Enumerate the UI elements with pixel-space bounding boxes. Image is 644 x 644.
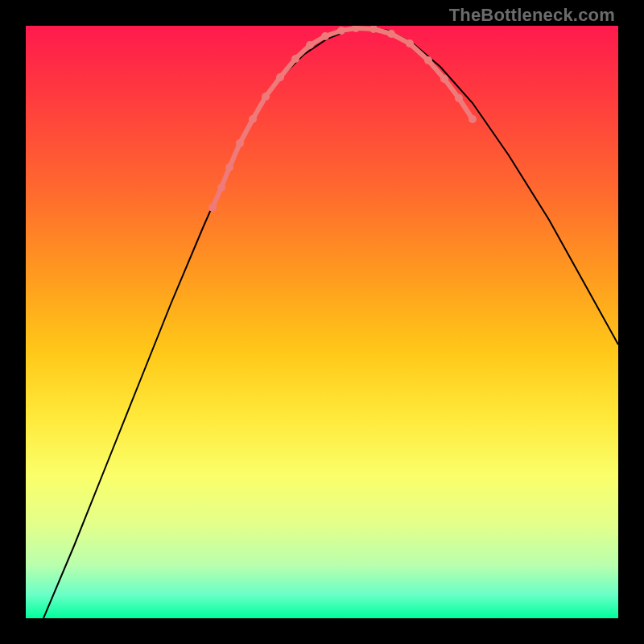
bottleneck-curve-svg [26,26,618,618]
bottleneck-curve-line [43,27,618,618]
watermark-text: TheBottleneck.com [449,5,615,26]
chart-frame: TheBottleneck.com [0,0,644,644]
plot-area [26,26,618,618]
marker-dot [469,115,477,123]
highlight-markers [208,26,477,212]
marker-segment [240,119,253,143]
